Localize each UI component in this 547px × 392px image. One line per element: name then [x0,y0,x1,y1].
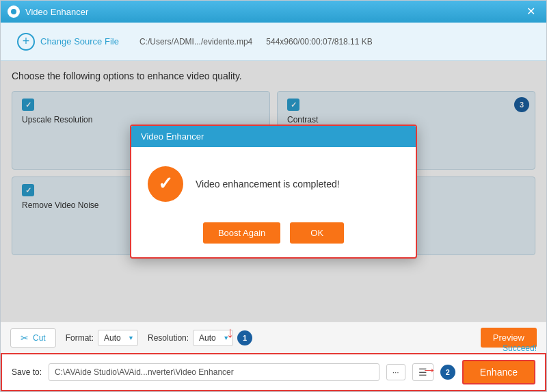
change-source-label: Change Source File [40,36,119,47]
success-icon [148,166,183,202]
dots-button[interactable]: ··· [386,364,405,380]
dialog-body: Video enhancement is completed! [131,147,416,215]
resolution-label: Resolution: [148,333,189,343]
folder-icon: ☰ [418,367,427,378]
dialog-message: Video enhancement is completed! [196,179,340,190]
succeed-text: Succeed! [503,343,537,353]
resolution-group: Resolution: Auto 1 [148,330,252,346]
boost-again-button[interactable]: Boost Again [203,222,280,244]
file-path: C:/Users/ADMI.../evidente.mp4 [139,37,252,47]
plus-circle-icon: + [17,33,35,51]
file-dimensions: 544x960/00:00:07/818.11 KB [266,37,372,47]
format-label: Format: [66,333,94,343]
scissors-icon: ✂ [21,332,29,343]
badge-1: 1 [237,330,252,345]
cut-label: Cut [33,333,46,343]
badge-2: 2 [440,365,455,380]
top-bar: + Change Source File C:/Users/ADMI.../ev… [1,23,546,61]
resolution-select-wrapper: Auto [193,330,233,346]
format-group: Format: Auto [66,330,138,346]
app-icon [8,5,20,18]
close-button[interactable]: ✕ [522,5,539,18]
dialog-overlay: Video Enhancer Video enhancement is comp… [1,61,546,322]
app-window: Video Enhancer ✕ + Change Source File C:… [0,0,547,392]
app-title: Video Enhancer [25,7,522,17]
change-source-button[interactable]: + Change Source File [10,29,126,55]
folder-button[interactable]: ☰ [412,363,433,381]
cut-button[interactable]: ✂ Cut [10,328,56,348]
format-select[interactable]: Auto [98,330,138,346]
enhance-button[interactable]: Enhance [462,360,535,384]
save-to-label: Save to: [12,367,42,377]
main-content: Choose the following options to enhance … [1,61,546,322]
dialog: Video Enhancer Video enhancement is comp… [130,125,417,259]
dialog-buttons: Boost Again OK [131,215,416,257]
ok-button[interactable]: OK [290,222,344,244]
bottom-bar: ✂ Cut Format: Auto Resolution: Auto 1 Pr… [1,322,546,353]
dialog-titlebar: Video Enhancer [131,126,416,147]
title-bar: Video Enhancer ✕ [1,1,546,23]
save-bar: Save to: C:\AVAide Studio\AVAid...nverte… [1,353,546,391]
format-select-wrapper: Auto [98,330,138,346]
resolution-select[interactable]: Auto [193,330,233,346]
save-path: C:\AVAide Studio\AVAid...nverter\Video E… [49,363,379,381]
